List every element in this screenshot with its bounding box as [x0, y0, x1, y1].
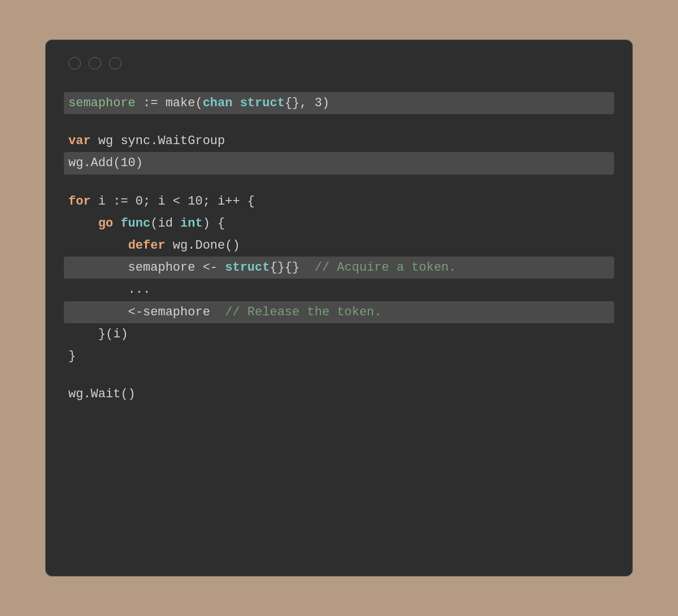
code-token: chan — [203, 93, 233, 113]
code-window: semaphore := make(chan struct{}, 3) var … — [45, 40, 633, 576]
minimize-button[interactable] — [89, 57, 101, 70]
code-token: i := 0; i < 10; i++ { — [91, 192, 255, 211]
code-token: := make( — [136, 93, 203, 113]
code-token: ... — [68, 280, 150, 300]
code-token — [232, 93, 240, 113]
code-token — [68, 214, 98, 233]
spacer — [68, 114, 610, 130]
code-token — [68, 236, 128, 255]
code-token: wg.Wait() — [68, 384, 136, 404]
code-token: for — [68, 192, 91, 211]
titlebar — [68, 57, 610, 70]
spacer — [68, 367, 610, 383]
code-token: // Acquire a token. — [315, 258, 457, 277]
code-token — [113, 214, 120, 233]
code-line-5: go func(id int) { — [68, 212, 610, 235]
code-block: semaphore := make(chan struct{}, 3) var … — [68, 92, 610, 405]
code-token: {}, 3) — [285, 93, 329, 113]
code-token: {}{} — [270, 258, 314, 277]
code-token: }(i) — [68, 324, 128, 344]
code-token: func — [120, 214, 150, 233]
maximize-button[interactable] — [109, 57, 121, 70]
code-token: wg sync.WaitGroup — [91, 131, 225, 151]
code-line-7: semaphore <- struct{}{} // Acquire a tok… — [64, 257, 614, 279]
code-token: struct — [240, 93, 285, 113]
code-token: wg.Add(10) — [68, 153, 143, 173]
code-line-12: wg.Wait() — [68, 383, 610, 405]
code-token: wg.Done() — [166, 236, 240, 255]
code-line-8: ... — [68, 279, 610, 301]
code-token: var — [68, 131, 91, 151]
code-token: struct — [225, 258, 270, 277]
code-token: // Release the token. — [225, 302, 381, 322]
code-line-4: for i := 0; i < 10; i++ { — [68, 190, 610, 212]
code-token: <-semaphore — [68, 302, 225, 322]
code-token: (id — [150, 214, 180, 233]
code-token: defer — [128, 236, 166, 255]
code-line-9: <-semaphore // Release the token. — [64, 301, 614, 323]
code-line-3: wg.Add(10) — [64, 152, 614, 174]
code-token: } — [68, 346, 76, 366]
code-token: ) { — [203, 214, 225, 233]
code-line-2: var wg sync.WaitGroup — [68, 130, 610, 152]
code-token: int — [180, 214, 203, 233]
code-line-11: } — [68, 345, 610, 367]
code-line-6: defer wg.Done() — [68, 235, 610, 257]
code-token: semaphore — [68, 93, 136, 113]
code-token: go — [98, 214, 113, 233]
code-token: semaphore <- — [68, 258, 225, 277]
spacer — [68, 175, 610, 190]
close-button[interactable] — [68, 57, 81, 70]
code-line-1: semaphore := make(chan struct{}, 3) — [64, 92, 614, 114]
code-line-10: }(i) — [68, 323, 610, 345]
